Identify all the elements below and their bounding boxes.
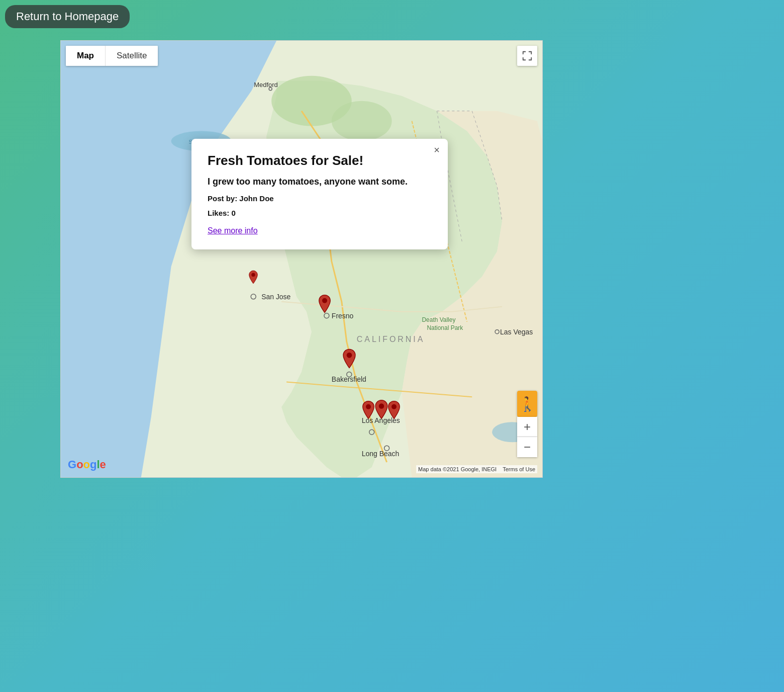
- svg-text:San Jose: San Jose: [261, 293, 290, 301]
- street-view-control[interactable]: 🚶: [517, 391, 537, 417]
- marker-la-3[interactable]: [386, 400, 402, 420]
- google-logo-o1: o: [76, 458, 83, 471]
- map-container: San Jose Fresno Bakersfield Los Angeles …: [60, 40, 543, 478]
- svg-point-30: [366, 404, 371, 409]
- marker-san-jose[interactable]: [248, 270, 259, 285]
- map-type-controls: Map Satellite: [66, 46, 158, 66]
- popup-post-by: Post by: John Doe: [208, 194, 432, 203]
- map-background: San Jose Fresno Bakersfield Los Angeles …: [61, 41, 542, 477]
- info-popup: × Fresh Tomatoes for Sale! I grew too ma…: [191, 139, 448, 249]
- svg-point-6: [332, 101, 392, 141]
- svg-text:Las Vegas: Las Vegas: [500, 328, 533, 336]
- svg-point-28: [322, 298, 327, 303]
- svg-point-27: [251, 273, 255, 277]
- popup-close-button[interactable]: ×: [434, 145, 440, 155]
- svg-point-31: [379, 403, 384, 409]
- popup-description: I grew too many tomatoes, anyone want so…: [208, 177, 432, 187]
- likes-label: Likes:: [208, 209, 229, 217]
- zoom-out-button[interactable]: −: [517, 437, 537, 457]
- map-attribution: Map data ©2021 Google, INEGI Terms of Us…: [416, 465, 537, 473]
- post-by-value: John Doe: [239, 194, 273, 203]
- svg-text:Fresno: Fresno: [332, 312, 354, 320]
- google-logo-e: e: [100, 458, 106, 471]
- likes-value: 0: [232, 209, 236, 217]
- svg-text:Bakersfield: Bakersfield: [332, 375, 366, 383]
- svg-text:Death Valley: Death Valley: [422, 316, 455, 323]
- see-more-info-link[interactable]: See more info: [208, 226, 258, 235]
- svg-text:Long Beach: Long Beach: [362, 450, 399, 458]
- marker-bakersfield[interactable]: [341, 348, 357, 370]
- marker-fresno[interactable]: [317, 294, 332, 314]
- pegman-icon: 🚶: [519, 396, 536, 412]
- svg-point-32: [391, 404, 397, 409]
- google-logo: Google: [68, 458, 106, 471]
- svg-text:CALIFORNIA: CALIFORNIA: [357, 335, 425, 343]
- satellite-tab[interactable]: Satellite: [105, 46, 158, 66]
- svg-text:Medford: Medford: [254, 81, 278, 89]
- return-to-homepage-button[interactable]: Return to Homepage: [5, 5, 130, 28]
- zoom-controls: + −: [517, 417, 537, 457]
- google-logo-g: G: [68, 458, 76, 471]
- fullscreen-button[interactable]: [517, 46, 537, 66]
- popup-title: Fresh Tomatoes for Sale!: [208, 153, 432, 168]
- map-data-text: Map data ©2021 Google, INEGI: [418, 466, 497, 472]
- terms-link[interactable]: Terms of Use: [503, 466, 535, 472]
- post-by-label: Post by:: [208, 194, 237, 203]
- google-logo-g2: g: [90, 458, 96, 471]
- map-tab[interactable]: Map: [66, 46, 105, 66]
- svg-text:National Park: National Park: [427, 324, 463, 331]
- svg-point-29: [347, 353, 352, 358]
- popup-likes: Likes: 0: [208, 209, 432, 217]
- zoom-in-button[interactable]: +: [517, 417, 537, 437]
- fullscreen-icon: [522, 50, 533, 61]
- google-logo-o2: o: [83, 458, 90, 471]
